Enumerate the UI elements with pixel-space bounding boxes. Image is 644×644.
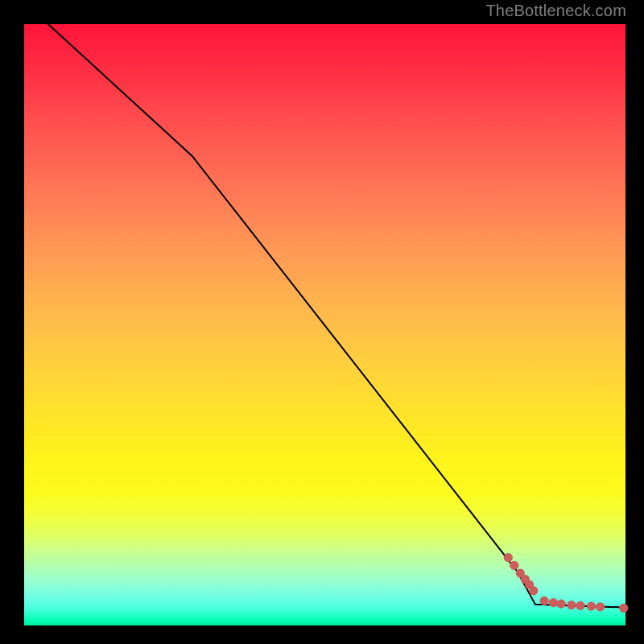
bottleneck-curve <box>48 24 625 608</box>
chart-container: TheBottleneck.com <box>0 0 644 644</box>
data-point <box>567 601 576 609</box>
data-point <box>596 602 605 611</box>
data-point <box>576 601 584 610</box>
chart-overlay <box>24 24 625 625</box>
attribution-text: TheBottleneck.com <box>485 2 626 20</box>
data-point <box>510 561 518 570</box>
data-point <box>529 586 538 595</box>
data-point <box>587 601 596 610</box>
data-point <box>619 604 628 613</box>
data-point <box>540 597 549 605</box>
data-point <box>556 600 565 609</box>
data-points-cluster <box>504 553 629 613</box>
data-point <box>549 598 558 607</box>
data-point <box>504 553 513 562</box>
